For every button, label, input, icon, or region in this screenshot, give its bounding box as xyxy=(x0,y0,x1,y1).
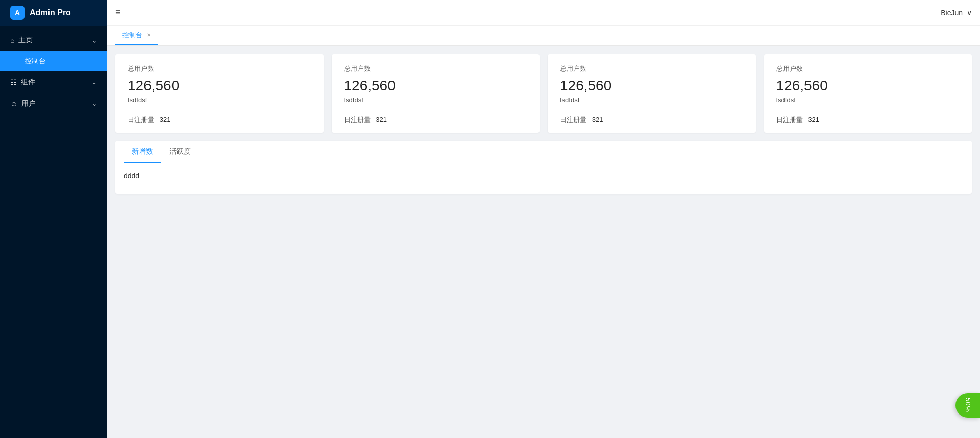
menu-toggle-button[interactable]: ≡ xyxy=(115,7,121,18)
sidebar-item-dashboard-label: 控制台 xyxy=(24,57,46,66)
stat-card-2: 总用户数 126,560 fsdfdsf 日注册量 321 xyxy=(332,54,540,133)
stat-value-4: 126,560 xyxy=(776,78,960,94)
stat-divider-3 xyxy=(560,110,744,110)
tab-dashboard[interactable]: 控制台 ✕ xyxy=(115,26,158,45)
chevron-down-icon-components: ⌄ xyxy=(92,79,97,86)
stat-label-2: 总用户数 xyxy=(344,64,528,74)
stat-value-2: 126,560 xyxy=(344,78,528,94)
components-icon: ☷ xyxy=(10,78,17,86)
stat-footer-label-1: 日注册量 xyxy=(128,116,154,124)
stat-divider-4 xyxy=(776,110,960,110)
stat-label-3: 总用户数 xyxy=(560,64,744,74)
tab-close-button[interactable]: ✕ xyxy=(146,33,151,38)
stat-card-3: 总用户数 126,560 fsdfdsf 日注册量 321 xyxy=(548,54,756,133)
stats-grid: 总用户数 126,560 fsdfdsf 日注册量 321 总用户数 126,5… xyxy=(115,54,972,133)
stat-footer-3: 日注册量 321 xyxy=(560,115,744,125)
stat-divider-1 xyxy=(128,110,311,110)
inner-tab-new[interactable]: 新增数 xyxy=(124,141,161,163)
stat-footer-val-4: 321 xyxy=(808,116,819,124)
sidebar-group-users[interactable]: ☺ 用户 ⌄ xyxy=(0,93,107,114)
sidebar-group-home[interactable]: ⌂ 主页 ⌃ xyxy=(0,30,107,51)
username-label: BieJun xyxy=(941,9,963,17)
inner-tab-bar: 新增数 活跃度 xyxy=(115,141,972,163)
sidebar-nav: ⌂ 主页 ⌃ 控制台 ☷ 组件 ⌄ ☺ 用户 ⌄ xyxy=(0,26,107,438)
stat-footer-label-2: 日注册量 xyxy=(344,116,371,124)
sidebar-group-users-label: 用户 xyxy=(21,99,36,108)
stat-value-3: 126,560 xyxy=(560,78,744,94)
app-title: Admin Pro xyxy=(30,8,71,17)
inner-panel-content: dddd xyxy=(115,163,972,194)
sidebar-group-components-label: 组件 xyxy=(21,78,35,87)
tab-dashboard-label: 控制台 xyxy=(122,31,142,40)
page-content: 总用户数 126,560 fsdfdsf 日注册量 321 总用户数 126,5… xyxy=(107,46,980,438)
stat-footer-4: 日注册量 321 xyxy=(776,115,960,125)
chevron-down-icon-users: ⌄ xyxy=(92,100,97,107)
home-icon: ⌂ xyxy=(10,36,14,44)
user-chevron-icon: ∨ xyxy=(967,9,972,17)
chevron-up-icon: ⌃ xyxy=(92,37,97,44)
stat-sub-1: fsdfdsf xyxy=(128,96,311,104)
stat-sub-3: fsdfdsf xyxy=(560,96,744,104)
user-menu[interactable]: BieJun ∨ xyxy=(941,9,972,17)
stat-footer-2: 日注册量 321 xyxy=(344,115,528,125)
stat-card-1: 总用户数 126,560 fsdfdsf 日注册量 321 xyxy=(115,54,324,133)
stat-footer-label-4: 日注册量 xyxy=(776,116,803,124)
stat-footer-val-1: 321 xyxy=(160,116,171,124)
stat-label-4: 总用户数 xyxy=(776,64,960,74)
inner-panel: 新增数 活跃度 dddd xyxy=(115,141,972,194)
stat-footer-val-3: 321 xyxy=(592,116,603,124)
sidebar-item-dashboard[interactable]: 控制台 xyxy=(0,51,107,71)
stat-sub-4: fsdfdsf xyxy=(776,96,960,104)
stat-footer-val-2: 321 xyxy=(376,116,387,124)
stat-label-1: 总用户数 xyxy=(128,64,311,74)
tab-bar: 控制台 ✕ xyxy=(107,26,980,46)
stat-sub-2: fsdfdsf xyxy=(344,96,528,104)
inner-tab-active[interactable]: 活跃度 xyxy=(161,141,199,163)
sidebar-logo: A Admin Pro xyxy=(0,0,107,26)
main-area: ≡ BieJun ∨ 控制台 ✕ 总用户数 126,560 fsdfdsf 日注… xyxy=(107,0,980,438)
sidebar-group-home-label: 主页 xyxy=(18,36,33,45)
stat-footer-label-3: 日注册量 xyxy=(560,116,586,124)
stat-divider-2 xyxy=(344,110,528,110)
user-icon: ☺ xyxy=(10,100,17,108)
sidebar-group-components[interactable]: ☷ 组件 ⌄ xyxy=(0,71,107,93)
topbar: ≡ BieJun ∨ xyxy=(107,0,980,26)
stat-card-4: 总用户数 126,560 fsdfdsf 日注册量 321 xyxy=(764,54,972,133)
topbar-left: ≡ xyxy=(115,7,121,18)
stat-value-1: 126,560 xyxy=(128,78,311,94)
stat-footer-1: 日注册量 321 xyxy=(128,115,311,125)
logo-icon: A xyxy=(10,6,24,20)
fab-button[interactable]: 50% xyxy=(955,393,980,418)
sidebar: A Admin Pro ⌂ 主页 ⌃ 控制台 ☷ 组件 ⌄ ☺ 用户 xyxy=(0,0,107,438)
